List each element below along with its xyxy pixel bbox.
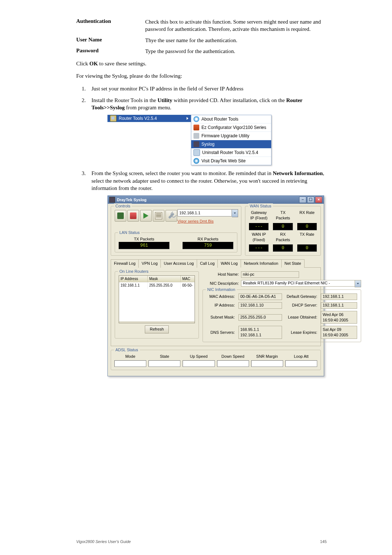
dhcp-value: 192.168.1.1 bbox=[321, 302, 357, 309]
adsl-snr-label: SNR Margin bbox=[256, 354, 278, 359]
subnet-value: 255.255.255.0 bbox=[238, 314, 282, 321]
username-term: User Name bbox=[76, 37, 145, 43]
router-list[interactable]: IP Address Mask MAC 192.168.1.1 255.255.… bbox=[119, 275, 195, 323]
ip-select-value: 192.168.1.1 bbox=[177, 209, 232, 216]
host-value: niki-pc bbox=[241, 271, 299, 278]
ip-select[interactable]: 192.168.1.1 bbox=[177, 209, 238, 217]
disk-icon bbox=[117, 212, 124, 219]
submenu-fw[interactable]: Firmware Upgrade Utility bbox=[191, 131, 271, 140]
submenu-visit[interactable]: Visit DrayTek Web Site bbox=[191, 157, 271, 165]
minimize-button[interactable]: – bbox=[299, 197, 306, 203]
wan-txrate-value: 0 bbox=[297, 244, 317, 252]
refresh-button[interactable]: Refresh bbox=[145, 325, 169, 333]
gateway-label: Default Geteway: bbox=[284, 294, 319, 299]
rl-cell-mac: 00-50- bbox=[181, 282, 195, 289]
uninstall-icon bbox=[193, 149, 200, 156]
wan-rx-label: RX Packets bbox=[273, 232, 293, 243]
tool-save-button[interactable] bbox=[115, 210, 126, 222]
password-term: Password bbox=[76, 48, 145, 54]
vigor-link[interactable]: Vigor series Dmt.Bis bbox=[177, 219, 238, 224]
lease-expires-label: Lease Expires: bbox=[284, 330, 319, 335]
app-icon bbox=[109, 197, 115, 203]
wrench-icon bbox=[168, 213, 175, 219]
adsl-group-title: ADSL Status bbox=[114, 347, 140, 353]
step-3: From the Syslog screen, select the route… bbox=[87, 170, 327, 376]
dns-value: 168.95.1.1 192.168.1.1 bbox=[238, 326, 282, 339]
menu-figure: Router Tools V2.5.4 About Router Tools E… bbox=[107, 115, 327, 165]
gateway-value: 192.168.1.1 bbox=[321, 293, 357, 300]
info-icon bbox=[193, 116, 199, 122]
host-label: Host Name: bbox=[203, 272, 241, 277]
table-row[interactable]: 192.168.1.1 255.255.255.0 00-50- bbox=[119, 282, 195, 289]
wan-rxrate-value: 0 bbox=[297, 223, 317, 230]
submenu-uninstall[interactable]: Uninstall Router Tools V2.5.4 bbox=[191, 148, 271, 157]
syslog-icon bbox=[193, 141, 199, 147]
tab-vpn[interactable]: VPN Log bbox=[138, 259, 161, 268]
lan-group-title: LAN Status bbox=[118, 230, 141, 235]
doc-icon bbox=[155, 212, 162, 219]
menu-parent-item[interactable]: Router Tools V2.5.4 bbox=[107, 115, 191, 122]
dropdown-arrow-icon[interactable] bbox=[355, 280, 361, 287]
lease-obtained-label: Lease Obtained: bbox=[284, 315, 319, 320]
wan-ip-label: WAN IP (Fixed) bbox=[249, 232, 269, 243]
step-2: Install the Router Tools in the Utility … bbox=[87, 97, 327, 166]
wan-rx-value: 0 bbox=[273, 244, 293, 252]
close-button[interactable]: × bbox=[315, 197, 322, 203]
rl-header-ip[interactable]: IP Address bbox=[119, 276, 148, 282]
wan-tx-value: 0 bbox=[273, 223, 293, 230]
wan-ip-value: --- bbox=[249, 244, 269, 252]
lease-obtained-value: Wed Apr 06 16:59:40 2005 bbox=[321, 311, 357, 324]
rl-cell-ip: 192.168.1.1 bbox=[119, 282, 148, 289]
tab-wan[interactable]: WAN Log bbox=[217, 259, 241, 268]
ip-value: 192.168.1.10 bbox=[238, 302, 282, 309]
globe-icon bbox=[193, 158, 199, 164]
submenu-syslog-label: Syslog bbox=[201, 141, 215, 147]
lan-tx-value: 961 bbox=[119, 242, 170, 249]
mac-value: 00-0E-A6-2A-D5-A1 bbox=[238, 293, 282, 300]
adsl-down-value bbox=[217, 360, 249, 367]
maximize-button[interactable]: ☐ bbox=[307, 197, 314, 203]
tool-doc-button[interactable] bbox=[153, 210, 164, 222]
rl-header-mac[interactable]: MAC bbox=[181, 276, 195, 282]
chevron-right-icon bbox=[187, 117, 188, 120]
adsl-mode-label: Mode bbox=[125, 354, 135, 359]
subnet-label: Subnet Mask: bbox=[207, 315, 236, 320]
tab-net-state[interactable]: Net State bbox=[281, 259, 305, 268]
wan-group-title: WAN Status bbox=[248, 203, 273, 209]
tab-network-info[interactable]: Network Infomation bbox=[241, 259, 282, 268]
adsl-loop-label: Loop Att bbox=[294, 354, 309, 359]
lan-tx-label: TX Packets bbox=[119, 236, 170, 242]
routers-group-title: On Line Routers bbox=[118, 269, 150, 274]
tab-user-access[interactable]: User Access Log bbox=[160, 259, 197, 268]
dhcp-label: DHCP Server: bbox=[284, 303, 319, 308]
click-ok-bold: OK bbox=[89, 61, 98, 66]
submenu-ez[interactable]: Ez Configurator Vigor2100 Series bbox=[191, 123, 271, 131]
window-title: DrayTek Syslog bbox=[117, 197, 147, 203]
submenu-about[interactable]: About Router Tools bbox=[191, 115, 271, 123]
auth-desc: Check this box to activate this function… bbox=[145, 18, 327, 33]
tool-play-button[interactable] bbox=[140, 210, 152, 222]
tab-call[interactable]: Call Log bbox=[197, 259, 218, 268]
submenu-about-label: About Router Tools bbox=[201, 116, 238, 122]
tool-stop-button[interactable] bbox=[127, 210, 139, 222]
adsl-up-value bbox=[183, 360, 215, 367]
adsl-state-value bbox=[148, 360, 180, 367]
nic-desc-label: NIC Description: bbox=[203, 281, 241, 286]
controls-group-title: Controls bbox=[114, 203, 132, 209]
rl-header-mask[interactable]: Mask bbox=[148, 276, 181, 282]
adsl-snr-value bbox=[251, 360, 283, 367]
adsl-loop-value bbox=[285, 360, 317, 367]
mac-label: MAC Address: bbox=[207, 294, 236, 299]
dropdown-arrow-icon[interactable] bbox=[232, 209, 238, 217]
syslog-window: DrayTek Syslog – ☐ × Controls bbox=[107, 195, 324, 376]
firmware-icon bbox=[193, 133, 199, 139]
adsl-down-label: Down Speed bbox=[221, 354, 244, 359]
nic-select[interactable]: Realtek RTL8139 Family PCI Fast Ethernet… bbox=[241, 280, 361, 287]
menu-parent-label: Router Tools V2.5.4 bbox=[119, 116, 157, 121]
tab-firewall[interactable]: Firewall Log bbox=[111, 259, 139, 268]
lease-expires-value: Sat Apr 09 16:59:40 2005 bbox=[321, 326, 357, 339]
nic-select-value: Realtek RTL8139 Family PCI Fast Ethernet… bbox=[241, 280, 355, 287]
wan-tx-label: TX Packets bbox=[273, 210, 293, 222]
tool-wrench-button[interactable] bbox=[166, 210, 177, 222]
submenu-syslog[interactable]: Syslog bbox=[191, 140, 271, 148]
